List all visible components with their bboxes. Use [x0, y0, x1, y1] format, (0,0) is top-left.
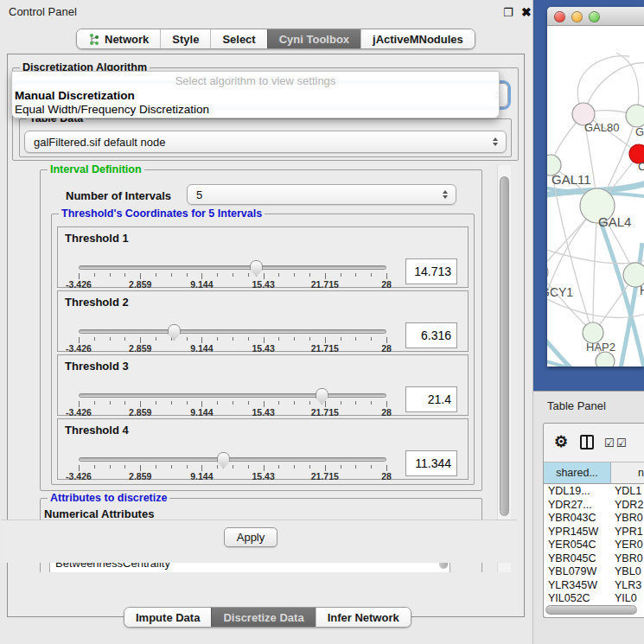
network-icon: [88, 33, 100, 46]
threshold-panel-4: Threshold 4-3.4262.8599.14415.4321.71528…: [57, 418, 469, 480]
bottom-tab-discretize-data[interactable]: Discretize Data: [211, 608, 315, 627]
slider-tick-labels: -3.4262.8599.14415.4321.71528: [79, 279, 386, 290]
tab-label: Style: [172, 33, 199, 46]
tab-cyni-toolbox[interactable]: Cyni Toolbox: [267, 29, 360, 48]
settings-scrollbar-track[interactable]: [497, 165, 511, 572]
close-traffic-light-icon[interactable]: [554, 11, 565, 22]
tab-label: Impute Data: [136, 611, 200, 624]
column-header-name[interactable]: n...: [612, 462, 644, 483]
attributes-group-title: Attributes to discretize: [48, 492, 169, 504]
table-panel-bar: Table Panel: [533, 391, 644, 420]
cell-name: YBR0: [615, 552, 644, 564]
table-header-row: shared... n...: [544, 462, 644, 484]
network-graph: GAL80GACGAL11GAL4GCY1HHAP2: [547, 27, 644, 367]
popup-option-manual[interactable]: Manual Discretization: [15, 89, 135, 102]
network-node-GCY1[interactable]: [547, 263, 548, 282]
network-node-node[interactable]: [626, 105, 644, 127]
tab-label: Network: [105, 33, 149, 46]
panel-title: Control Panel: [9, 5, 77, 18]
tab-label: Cyni Toolbox: [279, 33, 349, 46]
threshold-value-field[interactable]: 6.316: [405, 322, 457, 348]
number-of-intervals-value: 5: [196, 188, 202, 201]
checkbox-icon[interactable]: ☑: [616, 437, 627, 450]
apply-button[interactable]: Apply: [224, 527, 277, 547]
node-label: GAL11: [552, 172, 591, 187]
column-layout-icon[interactable]: [580, 435, 594, 450]
threshold-value-field[interactable]: 14.713: [405, 258, 457, 284]
slider-track[interactable]: [79, 265, 386, 270]
table-window: ⚙ ☑ ☑ shared... n... YDL19...YDL1YDR27..…: [543, 423, 644, 618]
slider-track[interactable]: [79, 329, 386, 334]
control-panel-titlebar: Control Panel ❐ ✖: [0, 0, 532, 24]
thresholds-group: Threshold's Coordinates for 5 Intervals …: [51, 214, 475, 485]
cell-shared-name: YIL052C: [548, 592, 610, 604]
table-row[interactable]: YER054CYER0: [544, 539, 644, 552]
table-row[interactable]: YLR345WYLR3: [544, 579, 644, 593]
checkbox-icon[interactable]: ☑: [604, 437, 615, 450]
minimize-traffic-light-icon[interactable]: [571, 11, 583, 22]
table-row[interactable]: YBR045CYBR0: [544, 552, 644, 566]
table-row[interactable]: YIL052CYIL0: [544, 592, 644, 604]
slider-track[interactable]: [79, 393, 386, 398]
bottom-tab-impute-data[interactable]: Impute Data: [124, 608, 211, 627]
gear-icon[interactable]: ⚙: [554, 432, 568, 451]
network-node-node[interactable]: [596, 352, 615, 367]
float-window-icon[interactable]: ❐: [503, 6, 513, 19]
tab-select[interactable]: Select: [210, 29, 266, 48]
table-row[interactable]: YDR27...YDR2: [544, 499, 644, 513]
table-row[interactable]: YBL079WYBL0: [544, 565, 644, 579]
settings-viewport: Interval Definition Number of Intervals …: [12, 164, 494, 572]
tab-label: Discretize Data: [223, 611, 303, 624]
bottom-tab-infer-network[interactable]: Infer Network: [316, 608, 411, 627]
bottom-tab-bar: Impute DataDiscretize DataInfer Network: [124, 607, 411, 628]
table-hscrollbar-track[interactable]: [545, 605, 642, 615]
node-label: GCY1: [547, 285, 573, 299]
threshold-value-field[interactable]: 11.344: [405, 450, 457, 476]
table-hscrollbar-thumb[interactable]: [545, 605, 637, 615]
column-header-shared[interactable]: shared...: [544, 462, 611, 483]
network-view-window: GAL80GACGAL11GAL4GCY1HHAP2: [547, 7, 644, 367]
cell-shared-name: YDL19...: [548, 485, 610, 497]
network-canvas[interactable]: GAL80GACGAL11GAL4GCY1HHAP2: [547, 27, 644, 367]
node-label: GA: [635, 125, 644, 138]
app-root: Control Panel ❐ ✖ NetworkStyleSelectCyni…: [0, 0, 644, 644]
threshold-panel-3: Threshold 3-3.4262.8599.14415.4321.71528…: [57, 354, 469, 416]
popup-option-equal-width[interactable]: Equal Width/Frequency Discretization: [15, 103, 209, 116]
tab-label: Select: [222, 33, 255, 46]
cell-name: YDL1: [615, 485, 644, 497]
popup-header: Select algorithm to view settings: [12, 74, 499, 87]
apply-strip: Apply: [1, 520, 517, 563]
interval-definition-group: Interval Definition Number of Intervals …: [40, 169, 482, 491]
tab-style[interactable]: Style: [160, 29, 210, 48]
zoom-traffic-light-icon[interactable]: [589, 11, 600, 22]
number-of-intervals-spinner[interactable]: 5: [187, 184, 456, 205]
top-tab-bar: NetworkStyleSelectCyni ToolboxjActiveMNo…: [76, 29, 475, 49]
table-row[interactable]: YPR145WYPR1: [544, 526, 644, 539]
table-data-combobox[interactable]: galFiltered.sif default node: [24, 131, 507, 153]
cell-shared-name: YER054C: [548, 539, 610, 551]
settings-scrollbar-thumb[interactable]: [500, 176, 509, 516]
table-rows: YDL19...YDL1YDR27...YDR2YBR043CYBR0YPR14…: [544, 485, 644, 604]
tab-network[interactable]: Network: [77, 29, 160, 48]
threshold-value-field[interactable]: 21.4: [405, 386, 457, 412]
stepper-arrows-icon: [443, 190, 448, 199]
tab-jactivemnodules[interactable]: jActiveMNodules: [360, 29, 475, 48]
threshold-panel-2: Threshold 2-3.4262.8599.14415.4321.71528…: [57, 290, 469, 352]
tab-label: Infer Network: [328, 611, 399, 624]
threshold-label: Threshold 4: [65, 424, 129, 437]
close-icon[interactable]: ✖: [521, 5, 532, 19]
cell-shared-name: YBR043C: [548, 512, 610, 524]
network-window-titlebar[interactable]: [547, 7, 644, 26]
cell-shared-name: YBL079W: [548, 565, 610, 577]
algorithm-dropdown-popup: Select algorithm to view settings Manual…: [11, 71, 500, 118]
table-area: ⚙ ☑ ☑ shared... n... YDL19...YDL1YDR27..…: [533, 420, 644, 644]
table-row[interactable]: YBR043CYBR0: [544, 512, 644, 526]
cell-shared-name: YLR345W: [548, 579, 610, 591]
node-label: H: [640, 284, 644, 297]
table-row[interactable]: YDL19...YDL1: [544, 485, 644, 499]
node-label: GAL4: [598, 214, 631, 229]
cell-name: YLR3: [615, 579, 644, 591]
cell-shared-name: YDR27...: [548, 499, 610, 511]
slider-track[interactable]: [79, 457, 386, 462]
number-of-intervals-label: Number of Intervals: [66, 189, 171, 202]
